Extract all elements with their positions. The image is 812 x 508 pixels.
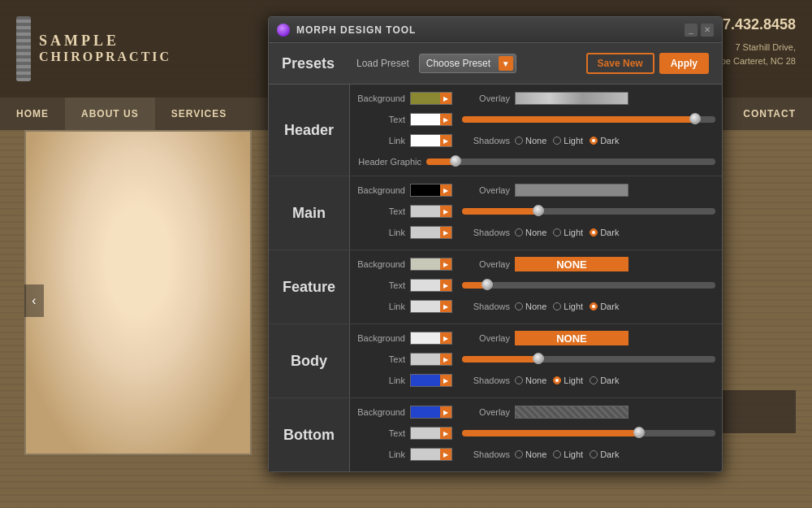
bottom-link-swatch[interactable]: ▶ — [410, 448, 452, 461]
minimize-button[interactable]: _ — [685, 24, 698, 37]
feature-shadow-dark-dot — [590, 302, 598, 310]
bottom-overlay-pattern[interactable] — [515, 406, 628, 419]
main-shadow-none[interactable]: None — [515, 228, 546, 237]
spine-graphic — [16, 16, 31, 81]
bottom-text-slider[interactable] — [462, 430, 715, 436]
header-shadow-none[interactable]: None — [515, 136, 546, 145]
body-shadow-light-dot — [553, 376, 561, 384]
body-overlay-none-button[interactable]: NONE — [515, 331, 628, 345]
header-link-swatch[interactable]: ▶ — [410, 134, 452, 147]
body-text-swatch[interactable]: ▶ — [410, 353, 452, 366]
feature-text-swatch[interactable]: ▶ — [410, 279, 452, 292]
main-text-label: Text — [356, 206, 405, 216]
header-overlay-swatch[interactable] — [515, 92, 628, 105]
feature-link-arrow-icon: ▶ — [440, 301, 451, 312]
bottom-shadow-none[interactable]: None — [515, 449, 546, 459]
body-link-swatch[interactable]: ▶ — [410, 374, 452, 387]
bottom-shadow-light[interactable]: Light — [553, 449, 583, 459]
body-text-thumb[interactable] — [533, 353, 544, 364]
feature-section: Feature Background ▶ Overlay NONE Text ▶ — [269, 250, 722, 324]
feature-link-swatch[interactable]: ▶ — [410, 300, 452, 313]
bottom-section: Bottom Background ▶ Overlay Text ▶ — [269, 398, 722, 471]
main-bg-label: Background — [356, 185, 405, 195]
body-shadow-none[interactable]: None — [515, 376, 546, 385]
main-link-shadows-row: Link ▶ Shadows None Light — [356, 224, 715, 241]
main-bg-swatch[interactable]: ▶ — [410, 184, 452, 197]
body-shadow-dark[interactable]: Dark — [590, 376, 619, 385]
main-bg-row: Background ▶ Overlay — [356, 181, 715, 199]
header-graphic-thumb[interactable] — [450, 155, 461, 167]
body-controls: Background ▶ Overlay NONE Text ▶ — [350, 324, 722, 397]
load-preset-label: Load Preset — [356, 58, 409, 69]
carousel-prev-button[interactable]: ‹ — [24, 284, 44, 317]
header-graphic-slider[interactable] — [426, 158, 715, 165]
body-shadow-light[interactable]: Light — [553, 376, 583, 385]
header-bg-swatch[interactable]: ▶ — [410, 92, 452, 105]
header-text-slider[interactable] — [462, 116, 715, 123]
feature-link-shadows-row: Link ▶ Shadows None Light — [356, 297, 715, 315]
main-shadow-light[interactable]: Light — [553, 228, 583, 237]
header-graphic-row: Header Graphic — [356, 153, 715, 171]
bottom-bg-label: Background — [356, 407, 405, 417]
header-shadows-label: Shadows — [465, 136, 510, 145]
preset-select[interactable]: Choose Preset — [419, 54, 516, 73]
header-text-swatch[interactable]: ▶ — [410, 113, 452, 126]
bottom-shadow-dark[interactable]: Dark — [590, 449, 619, 459]
titlebar-left: MORPH DESIGN TOOL — [277, 24, 416, 37]
close-button[interactable]: ✕ — [701, 24, 714, 37]
nav-contact[interactable]: CONTACT — [727, 98, 812, 130]
main-shadow-light-dot — [553, 228, 561, 237]
body-bg-label: Background — [356, 333, 405, 343]
presets-row: Presets Load Preset Choose Preset ▼ Save… — [269, 43, 722, 85]
header-text-thumb[interactable] — [689, 113, 701, 124]
bottom-overlay-label: Overlay — [473, 407, 510, 417]
feature-shadows-radio: None Light Dark — [515, 302, 619, 311]
bottom-text-thumb[interactable] — [633, 427, 645, 438]
header-text-label: Text — [356, 115, 405, 124]
main-overlay-swatch[interactable] — [515, 184, 628, 197]
header-link-label: Link — [356, 136, 405, 145]
apply-button[interactable]: Apply — [659, 53, 709, 74]
morph-title: MORPH DESIGN TOOL — [296, 24, 416, 36]
presets-label: Presets — [282, 55, 347, 72]
header-graphic-label: Header Graphic — [356, 157, 421, 167]
main-link-swatch[interactable]: ▶ — [410, 226, 452, 239]
main-text-swatch[interactable]: ▶ — [410, 205, 452, 218]
header-bg-arrow-icon: ▶ — [440, 93, 451, 104]
feature-shadow-light-dot — [553, 302, 561, 310]
site-address: 7 Starhill Drive, pe Carteret, NC 28 — [721, 41, 796, 67]
sections-container: Header Background ▶ Overlay Text — [269, 85, 722, 471]
save-new-button[interactable]: Save New — [586, 53, 654, 74]
main-link-arrow-icon: ▶ — [440, 227, 451, 238]
morph-design-tool-panel: MORPH DESIGN TOOL _ ✕ Presets Load Prese… — [268, 16, 723, 472]
header-text-row: Text ▶ — [356, 111, 715, 128]
nav-home[interactable]: HOME — [0, 98, 65, 130]
header-shadow-light[interactable]: Light — [553, 136, 583, 145]
feature-shadow-none[interactable]: None — [515, 302, 546, 311]
feature-text-slider[interactable] — [462, 282, 715, 289]
bottom-text-swatch[interactable]: ▶ — [410, 427, 452, 440]
morph-icon — [277, 24, 290, 37]
feature-overlay-label: Overlay — [473, 259, 510, 269]
feature-shadow-dark[interactable]: Dark — [590, 302, 619, 311]
body-bg-swatch[interactable]: ▶ — [410, 332, 452, 345]
feature-shadow-light[interactable]: Light — [553, 302, 583, 311]
nav-services[interactable]: SERVICES — [155, 98, 243, 130]
bottom-bg-swatch[interactable]: ▶ — [410, 406, 452, 419]
feature-text-thumb[interactable] — [482, 279, 493, 290]
bottom-bg-row: Background ▶ Overlay — [356, 403, 715, 421]
feature-overlay-none-button[interactable]: NONE — [515, 257, 628, 271]
header-link-shadows-row: Link ▶ Shadows None Light — [356, 132, 715, 150]
nav-about[interactable]: ABOUT US — [65, 98, 155, 130]
header-shadow-dark[interactable]: Dark — [590, 136, 619, 145]
body-bg-row: Background ▶ Overlay NONE — [356, 329, 715, 347]
feature-bg-swatch[interactable]: ▶ — [410, 258, 452, 271]
bottom-text-label: Text — [356, 428, 405, 438]
main-shadow-none-dot — [515, 228, 523, 237]
main-shadow-dark[interactable]: Dark — [590, 228, 619, 237]
body-text-slider[interactable] — [462, 356, 715, 363]
main-shadow-dark-dot — [590, 228, 598, 237]
site-hero-photo — [24, 130, 252, 455]
main-text-thumb[interactable] — [533, 205, 544, 216]
main-text-slider[interactable] — [462, 208, 715, 215]
